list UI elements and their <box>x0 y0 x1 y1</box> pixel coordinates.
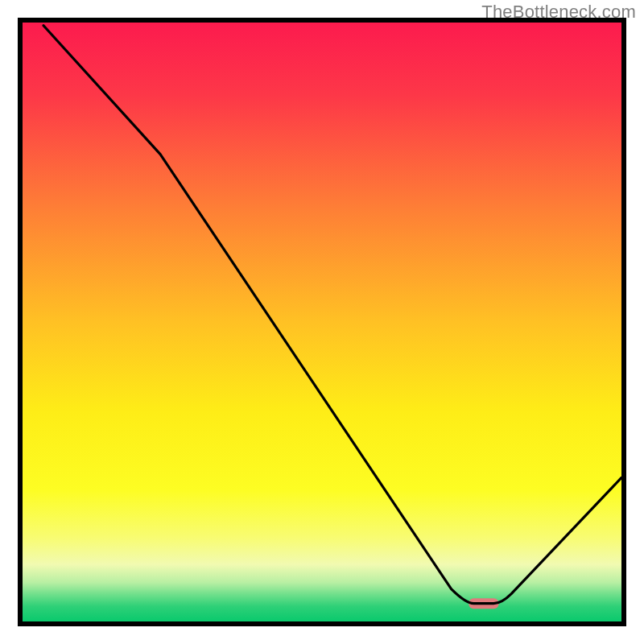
chart-container: TheBottleneck.com <box>0 0 644 644</box>
watermark-text: TheBottleneck.com <box>481 2 636 23</box>
plot-background <box>23 23 621 621</box>
bottleneck-chart <box>0 0 644 644</box>
